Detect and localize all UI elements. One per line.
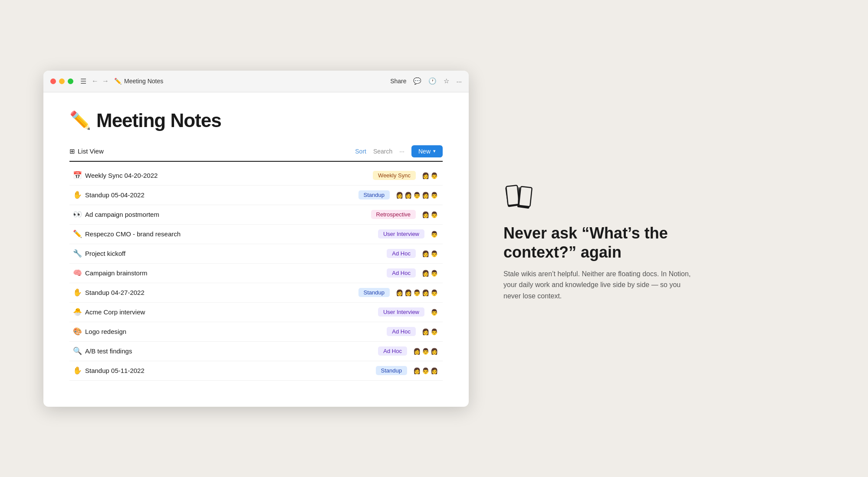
avatar: 👨: [429, 268, 439, 278]
toolbar-more-button[interactable]: ···: [399, 148, 404, 155]
avatar: 👩: [429, 346, 439, 356]
browser-titlebar: ☰ ← → ✏️ Meeting Notes Share 💬 🕐 ☆ ···: [43, 71, 469, 92]
share-button[interactable]: Share: [390, 78, 406, 85]
item-avatars: 👩👨👩: [411, 366, 439, 376]
new-button-label: New: [418, 148, 431, 155]
list-item[interactable]: 🔧Project kickoffAd Hoc👩👨: [69, 244, 443, 264]
item-right: Retrospective👩👨: [371, 209, 439, 220]
sort-button[interactable]: Sort: [355, 148, 366, 155]
avatar: 👨: [429, 229, 439, 239]
item-title: Project kickoff: [85, 250, 387, 257]
list-item[interactable]: 👀Ad campaign postmortemRetrospective👩👨: [69, 205, 443, 225]
list-item[interactable]: 🧠Campaign brainstormAd Hoc👩👨: [69, 264, 443, 283]
nav-icons: ← →: [92, 77, 109, 85]
item-avatars: 👩👩👨👩👨: [394, 190, 439, 200]
item-avatars: 👩👨: [420, 170, 439, 181]
item-title: A/B test findings: [85, 347, 378, 355]
item-right: Ad Hoc👩👨: [387, 327, 439, 337]
item-right: Ad Hoc👩👨: [387, 248, 439, 259]
favorite-icon[interactable]: ☆: [444, 77, 449, 85]
page-title-area: ✏️ Meeting Notes: [69, 110, 443, 131]
list-item[interactable]: 🎨Logo redesignAd Hoc👩👨: [69, 322, 443, 342]
item-right: User Interview👨: [378, 229, 439, 239]
item-emoji: ✋: [73, 366, 85, 375]
item-emoji: 🐣: [73, 307, 85, 317]
list-item[interactable]: ✋Standup 05-11-2022Standup👩👨👩: [69, 361, 443, 381]
item-emoji: 🔧: [73, 249, 85, 258]
right-panel-title: Never ask “What’s the context?” again: [503, 224, 694, 261]
traffic-lights: [50, 78, 73, 84]
item-tag: Weekly Sync: [373, 171, 416, 180]
list-items: 📅Weekly Sync 04-20-2022Weekly Sync👩👨✋Sta…: [69, 166, 443, 381]
book-icon: [503, 184, 535, 212]
toolbar-right: Sort Search ··· New ▾: [355, 145, 443, 157]
page-breadcrumb: ✏️ Meeting Notes: [114, 78, 163, 85]
item-right: User Interview👨: [378, 307, 439, 317]
browser-actions: Share 💬 🕐 ☆ ···: [390, 77, 462, 85]
item-avatars: 👩👩👨👩👨: [394, 288, 439, 298]
item-emoji: 🔍: [73, 346, 85, 356]
avatar: 👨: [429, 288, 439, 298]
item-emoji: 🧠: [73, 268, 85, 278]
page-title: Meeting Notes: [96, 110, 221, 131]
item-tag: Ad Hoc: [387, 249, 416, 258]
item-right: Standup👩👩👨👩👨: [358, 190, 439, 200]
avatar: 👨: [429, 209, 439, 220]
item-tag: Retrospective: [371, 210, 416, 219]
comment-icon[interactable]: 💬: [413, 77, 421, 85]
item-right: Ad Hoc👩👨👩: [378, 346, 439, 356]
item-avatars: 👩👨: [420, 327, 439, 337]
item-avatars: 👩👨👩: [411, 346, 439, 356]
item-right: Ad Hoc👩👨: [387, 268, 439, 278]
chevron-down-icon: ▾: [433, 148, 436, 154]
item-title: Standup 05-04-2022: [85, 191, 358, 199]
item-title: Weekly Sync 04-20-2022: [85, 172, 373, 179]
list-item[interactable]: ✋Standup 05-04-2022Standup👩👩👨👩👨: [69, 186, 443, 205]
item-tag: User Interview: [378, 307, 424, 317]
item-right: Weekly Sync👩👨: [373, 170, 439, 181]
item-tag: Standup: [376, 366, 407, 375]
svg-rect-2: [506, 186, 519, 206]
breadcrumb-emoji: ✏️: [114, 78, 122, 85]
avatar: 👨: [429, 190, 439, 200]
search-button[interactable]: Search: [373, 148, 392, 155]
list-item[interactable]: 📅Weekly Sync 04-20-2022Weekly Sync👩👨: [69, 166, 443, 186]
avatar: 👨: [429, 248, 439, 259]
item-tag: Ad Hoc: [387, 327, 416, 336]
maximize-button[interactable]: [68, 78, 73, 84]
list-item[interactable]: ✋Standup 04-27-2022Standup👩👩👨👩👨: [69, 283, 443, 303]
item-title: Logo redesign: [85, 328, 387, 335]
item-title: Acme Corp interview: [85, 308, 378, 316]
item-title: Ad campaign postmortem: [85, 211, 371, 218]
item-avatars: 👨: [429, 307, 439, 317]
item-tag: Standup: [358, 288, 390, 297]
avatar: 👩: [429, 366, 439, 376]
item-emoji: ✏️: [73, 229, 85, 238]
right-panel-body: Stale wikis aren’t helpful. Neither are …: [503, 268, 694, 302]
list-item[interactable]: 🐣Acme Corp interviewUser Interview👨: [69, 303, 443, 322]
list-view-button[interactable]: ⊞ List View: [69, 147, 104, 155]
history-icon[interactable]: 🕐: [428, 77, 437, 85]
back-icon[interactable]: ←: [92, 77, 99, 85]
item-emoji: 📅: [73, 171, 85, 180]
item-emoji: 👀: [73, 210, 85, 219]
item-title: Standup 05-11-2022: [85, 367, 376, 374]
item-tag: Standup: [358, 190, 390, 199]
list-item[interactable]: ✏️Respeczo CMO - brand researchUser Inte…: [69, 225, 443, 244]
list-item[interactable]: 🔍A/B test findingsAd Hoc👩👨👩: [69, 342, 443, 361]
sidebar-toggle-icon[interactable]: ☰: [80, 77, 86, 85]
more-options-icon[interactable]: ···: [456, 78, 462, 85]
avatar: 👨: [429, 307, 439, 317]
item-avatars: 👨: [429, 229, 439, 239]
browser-window: ☰ ← → ✏️ Meeting Notes Share 💬 🕐 ☆ ··· ✏…: [43, 71, 469, 407]
minimize-button[interactable]: [59, 78, 65, 84]
right-panel: Never ask “What’s the context?” again St…: [503, 175, 825, 301]
item-emoji: ✋: [73, 190, 85, 199]
item-emoji: ✋: [73, 288, 85, 297]
close-button[interactable]: [50, 78, 56, 84]
new-button[interactable]: New ▾: [411, 145, 443, 157]
avatar: 👨: [429, 170, 439, 181]
forward-icon[interactable]: →: [102, 77, 109, 85]
list-toolbar: ⊞ List View Sort Search ··· New ▾: [69, 145, 443, 162]
list-view-label: List View: [78, 147, 104, 155]
